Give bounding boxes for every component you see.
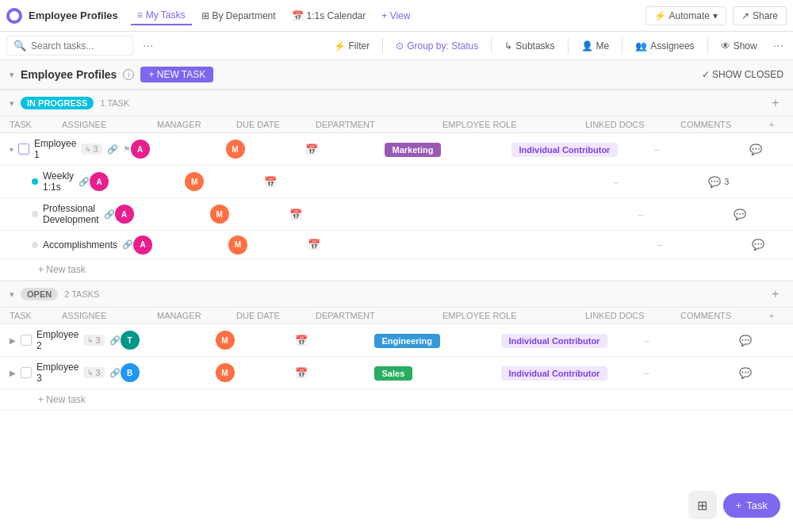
linked-docs-cell: – (644, 367, 739, 379)
comment-icon[interactable]: 💬 (739, 335, 752, 346)
subtasks-button[interactable]: ↳ Subtasks (498, 38, 561, 54)
due-date-cell[interactable]: 📅 (289, 209, 369, 220)
table-row: Accomplishments 🔗 A M 📅 – 💬 (0, 231, 793, 259)
col-add[interactable]: + (760, 120, 783, 129)
task-name[interactable]: Employee 1 (34, 138, 76, 160)
comment-icon[interactable]: 💬 (749, 144, 762, 155)
add-task-button-open[interactable]: + New task (0, 389, 793, 411)
app-title: Employee Profiles (29, 10, 118, 21)
comment-icon[interactable]: 💬 (752, 239, 764, 251)
task-link-icon[interactable]: 🔗 (107, 144, 118, 155)
calendar-icon: 📅 (305, 144, 318, 155)
comment-count: 3 (724, 177, 729, 186)
col-employee-role: EMPLOYEE ROLE (442, 311, 585, 320)
task-link-icon[interactable]: 🔗 (109, 368, 121, 378)
add-view-button[interactable]: + View (375, 7, 416, 25)
tab-by-department[interactable]: ⊞ By Department (195, 7, 282, 25)
task-dot (32, 211, 38, 217)
task-link-icon[interactable]: 🔗 (122, 239, 133, 250)
add-status-button-in-progress[interactable]: + (768, 95, 783, 111)
open-task-count: 2 TASKS (64, 289, 99, 299)
department-badge: Engineering (374, 334, 441, 348)
collapse-in-progress-button[interactable]: ▾ (10, 98, 14, 109)
expand-button[interactable]: ▶ (10, 336, 16, 345)
add-task-fab-button[interactable]: + Task (723, 493, 780, 518)
task-name[interactable]: Professional Development (43, 203, 99, 225)
show-button[interactable]: 👁 Show (714, 38, 764, 54)
in-progress-task-count: 1 TASK (100, 98, 129, 108)
collapse-open-button[interactable]: ▾ (10, 289, 14, 300)
share-button[interactable]: ↗ Share (733, 6, 787, 25)
expand-button[interactable]: ▾ (10, 145, 13, 154)
group-by-button[interactable]: ⊙ Group by: Status (389, 38, 485, 54)
task-checkbox[interactable] (21, 335, 32, 346)
avatar: A (90, 172, 109, 191)
task-name-cell: ▾ Employee 1 ↳ 3 🔗 ⚑ (10, 133, 131, 165)
calendar-icon: 📅 (292, 10, 304, 21)
task-name[interactable]: Accomplishments (43, 239, 117, 251)
column-headers-open: TASK ASSIGNEE MANAGER DUE DATE DEPARTMEN… (0, 308, 793, 324)
show-closed-button[interactable]: ✓ SHOW CLOSED (702, 69, 783, 80)
department-cell: Marketing (385, 144, 511, 155)
department-badge: Marketing (385, 143, 442, 157)
add-status-button-open[interactable]: + (768, 286, 783, 302)
assignees-button[interactable]: 👥 Assignees (629, 38, 700, 54)
manager-cell: M (216, 363, 295, 382)
search-box[interactable]: 🔍 (6, 36, 133, 55)
task-name[interactable]: Employee 2 (36, 329, 79, 351)
filter-button[interactable]: ⚡ Filter (328, 38, 377, 54)
info-icon[interactable]: i (123, 69, 134, 80)
subtask-count: ↳ 3 (83, 367, 104, 378)
expand-button[interactable]: ▶ (10, 369, 16, 377)
avatar: M (216, 363, 235, 382)
divider4 (622, 38, 623, 54)
task-name[interactable]: Weekly 1:1s (43, 170, 74, 193)
plus-icon: + (736, 499, 742, 511)
calendar-icon: 📅 (295, 367, 308, 379)
toolbar-more-button[interactable]: ··· (770, 39, 787, 53)
in-progress-badge: IN PROGRESS (21, 97, 94, 109)
tab-my-tasks[interactable]: ≡ My Tasks (131, 6, 192, 25)
toolbar: 🔍 ··· ⚡ Filter ⊙ Group by: Status ↳ Subt… (0, 32, 793, 60)
status-header-in-progress: ▾ IN PROGRESS 1 TASK + (0, 90, 793, 117)
col-assignee: ASSIGNEE (62, 120, 157, 129)
col-task: TASK (10, 311, 62, 320)
task-link-icon[interactable]: 🔗 (104, 209, 115, 220)
due-date-cell[interactable]: 📅 (295, 367, 374, 379)
linked-docs-cell: – (657, 239, 752, 251)
tab-calendar[interactable]: 📅 1:1s Calendar (285, 7, 373, 25)
new-task-button[interactable]: + NEW TASK (140, 67, 213, 82)
task-checkbox[interactable] (18, 144, 29, 155)
automate-button[interactable]: ⚡ Automate ▾ (646, 6, 726, 25)
table-row: ▶ Employee 3 ↳ 3 🔗 B M 📅 Sales (0, 357, 793, 389)
task-checkbox[interactable] (21, 367, 32, 378)
due-date-cell[interactable]: 📅 (264, 176, 343, 188)
avatar: M (226, 140, 245, 159)
due-date-cell[interactable]: 📅 (305, 144, 385, 155)
grid-view-button[interactable]: ⊞ (688, 491, 717, 519)
add-task-button-in-progress[interactable]: + New task (0, 259, 793, 281)
comment-icon[interactable]: 💬 (708, 176, 721, 188)
project-collapse-button[interactable]: ▾ (10, 70, 14, 80)
task-flag-icon[interactable]: ⚑ (123, 144, 131, 155)
col-add[interactable]: + (760, 311, 783, 320)
col-manager: MANAGER (157, 311, 236, 320)
due-date-cell[interactable]: 📅 (308, 239, 387, 251)
task-name[interactable]: Employee 3 (36, 362, 79, 384)
due-date-cell[interactable]: 📅 (295, 335, 374, 346)
role-cell: Individual Contributor (501, 335, 644, 346)
show-icon: 👁 (721, 40, 730, 52)
task-link-icon[interactable]: 🔗 (79, 177, 90, 187)
table-container: ▾ IN PROGRESS 1 TASK + TASK ASSIGNEE MAN… (0, 90, 793, 526)
task-link-icon[interactable]: 🔗 (109, 335, 121, 346)
subtask-icon: ↳ (85, 145, 91, 153)
divider3 (568, 38, 569, 54)
comment-icon[interactable]: 💬 (739, 367, 752, 379)
me-button[interactable]: 👤 Me (575, 38, 616, 54)
divider2 (491, 38, 492, 54)
more-options-button[interactable]: ··· (140, 39, 156, 53)
search-input[interactable] (31, 40, 126, 52)
divider (382, 38, 383, 54)
comment-icon[interactable]: 💬 (734, 209, 746, 220)
table-row: Weekly 1:1s 🔗 A M 📅 – 💬 3 (0, 166, 793, 198)
